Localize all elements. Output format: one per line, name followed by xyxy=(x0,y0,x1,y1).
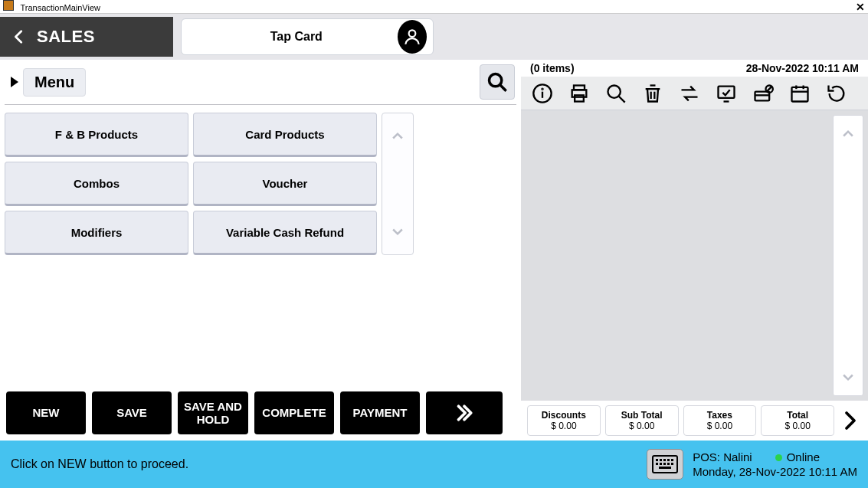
category-button[interactable]: Combos xyxy=(5,162,188,206)
keyboard-icon xyxy=(652,455,678,473)
chevron-down-icon xyxy=(390,224,405,239)
svg-point-0 xyxy=(408,30,415,37)
status-bar: Click on NEW button to proceed. POS: Nal… xyxy=(0,441,868,488)
subtotal-card: Sub Total $ 0.00 xyxy=(605,405,679,436)
footer-datetime: Monday, 28-Nov-2022 10:11 AM xyxy=(693,464,857,480)
expand-icon[interactable] xyxy=(11,77,18,87)
menu-crumb[interactable]: Menu xyxy=(23,68,86,97)
category-button[interactable]: Card Products xyxy=(193,113,377,157)
svg-rect-33 xyxy=(659,467,671,469)
save-hold-button[interactable]: SAVE AND HOLD xyxy=(178,391,248,434)
svg-point-5 xyxy=(542,88,542,89)
left-panel: Menu F & B Products Card Products Combos… xyxy=(0,60,521,441)
svg-line-2 xyxy=(500,85,506,91)
svg-rect-26 xyxy=(667,459,670,461)
sales-label: SALES xyxy=(37,27,95,47)
svg-rect-31 xyxy=(667,463,670,465)
category-scrollbar[interactable] xyxy=(382,113,414,255)
category-button[interactable]: Variable Cash Refund xyxy=(193,211,377,255)
chevron-up-icon xyxy=(840,126,856,142)
trash-icon[interactable] xyxy=(642,83,663,104)
svg-rect-32 xyxy=(671,463,673,465)
svg-rect-23 xyxy=(656,459,658,461)
svg-rect-13 xyxy=(719,86,735,97)
category-button[interactable]: Modifiers xyxy=(5,211,188,255)
print-icon[interactable] xyxy=(568,83,590,104)
ticket-panel: (0 items) 28-Nov-2022 10:11 AM xyxy=(521,60,868,441)
svg-point-9 xyxy=(608,85,621,97)
total-card: Total $ 0.00 xyxy=(761,405,834,436)
next-actions-button[interactable] xyxy=(426,391,503,434)
items-summary: (0 items) xyxy=(530,62,575,74)
hint-message: Click on NEW button to proceed. xyxy=(11,457,188,471)
undo-icon[interactable] xyxy=(826,83,847,104)
search-icon[interactable] xyxy=(605,83,627,104)
back-icon xyxy=(11,28,28,45)
search-icon xyxy=(486,71,508,93)
svg-rect-24 xyxy=(660,459,662,461)
tap-card-box[interactable]: Tap Card xyxy=(181,18,434,55)
svg-rect-18 xyxy=(792,87,808,101)
category-button[interactable]: Voucher xyxy=(193,162,377,206)
svg-rect-30 xyxy=(663,463,666,465)
sales-tab[interactable]: SALES xyxy=(0,17,173,57)
keyboard-button[interactable] xyxy=(647,449,683,480)
ticket-toolbar xyxy=(521,77,868,110)
svg-rect-28 xyxy=(656,463,658,465)
chevron-up-icon xyxy=(390,129,405,144)
online-dot-icon xyxy=(775,454,782,461)
totals-row: Discounts $ 0.00 Sub Total $ 0.00 Taxes … xyxy=(521,401,868,441)
action-bar: NEW SAVE SAVE AND HOLD COMPLETE PAYMENT xyxy=(0,385,521,441)
window-title: TransactionMainView xyxy=(20,3,100,12)
svg-point-1 xyxy=(490,74,502,87)
window-titlebar: TransactionMainView ✕ xyxy=(0,0,868,14)
tap-card-label: Tap Card xyxy=(195,30,398,44)
svg-line-17 xyxy=(767,86,772,91)
app-icon xyxy=(3,0,14,11)
close-icon[interactable]: ✕ xyxy=(856,1,865,13)
svg-rect-27 xyxy=(671,459,673,461)
totals-next-icon[interactable] xyxy=(839,409,862,432)
svg-line-10 xyxy=(619,96,625,102)
chevron-down-icon xyxy=(840,369,856,385)
payment-button[interactable]: PAYMENT xyxy=(340,391,420,434)
svg-rect-25 xyxy=(663,459,666,461)
no-card-icon[interactable] xyxy=(752,83,774,104)
chevron-double-right-icon xyxy=(453,401,476,424)
monitor-check-icon[interactable] xyxy=(716,83,737,104)
transfer-icon[interactable] xyxy=(679,83,700,104)
ticket-timestamp: 28-Nov-2022 10:11 AM xyxy=(746,62,859,74)
complete-button[interactable]: COMPLETE xyxy=(254,391,334,434)
ticket-scrollbar[interactable] xyxy=(833,115,863,396)
ticket-lines-area xyxy=(521,110,868,401)
status-block: POS: Nalini Online Monday, 28-Nov-2022 1… xyxy=(693,450,857,480)
pos-name: POS: Nalini xyxy=(693,450,752,465)
svg-rect-29 xyxy=(660,463,662,465)
new-button[interactable]: NEW xyxy=(6,391,86,434)
search-button[interactable] xyxy=(480,64,515,100)
info-icon[interactable] xyxy=(532,83,553,104)
online-label: Online xyxy=(787,450,820,463)
taxes-card: Taxes $ 0.00 xyxy=(683,405,757,436)
category-grid: F & B Products Card Products Combos Vouc… xyxy=(0,108,382,260)
user-icon xyxy=(398,20,427,54)
calendar-icon[interactable] xyxy=(789,83,811,104)
save-button[interactable]: SAVE xyxy=(92,391,172,434)
discounts-card: Discounts $ 0.00 xyxy=(527,405,601,436)
top-bar: SALES Tap Card xyxy=(0,14,868,60)
category-button[interactable]: F & B Products xyxy=(5,113,188,157)
